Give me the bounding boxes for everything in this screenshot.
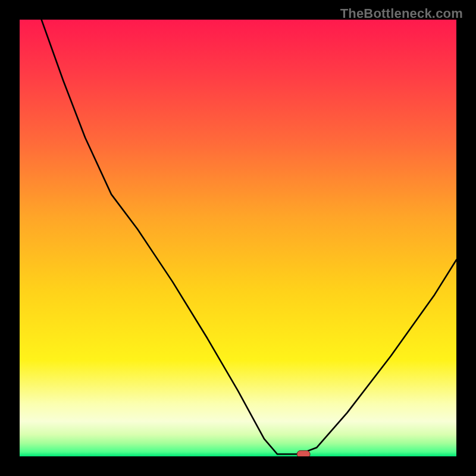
plot-area — [20, 20, 456, 456]
watermark: TheBottleneck.com — [340, 6, 463, 21]
optimal-point-marker — [297, 450, 310, 456]
chart-frame: TheBottleneck.com — [0, 0, 476, 476]
bottleneck-curve — [20, 20, 456, 456]
